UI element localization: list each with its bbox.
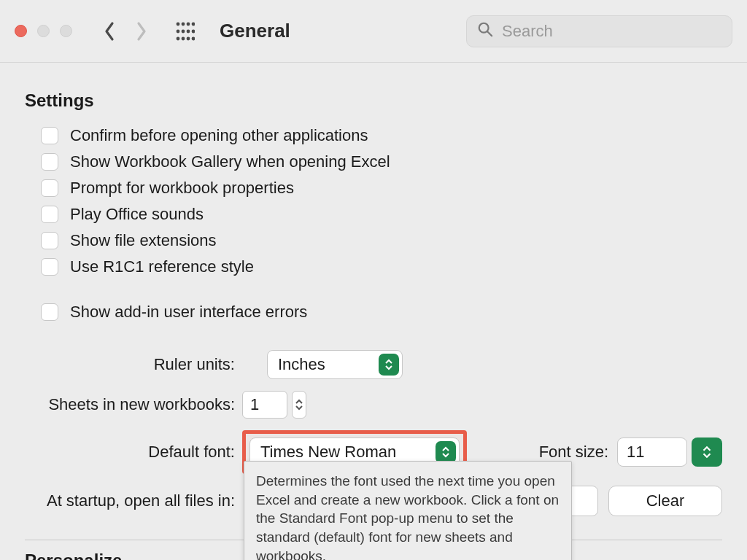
option-show-gallery[interactable]: Show Workbook Gallery when opening Excel xyxy=(25,149,722,175)
option-addin-errors[interactable]: Show add-in user interface errors xyxy=(25,299,722,325)
svg-point-0 xyxy=(177,22,180,26)
sheets-stepper[interactable] xyxy=(292,391,306,419)
option-label: Confirm before opening other application… xyxy=(70,126,368,145)
svg-point-12 xyxy=(479,23,489,33)
option-show-ext[interactable]: Show file extensions xyxy=(25,228,722,254)
option-label: Use R1C1 reference style xyxy=(70,257,254,276)
zoom-window-button[interactable] xyxy=(60,25,72,37)
dropdown-stepper-icon xyxy=(379,354,399,376)
svg-point-4 xyxy=(177,29,180,33)
minimize-window-button[interactable] xyxy=(37,25,50,37)
ruler-units-value: Inches xyxy=(278,355,325,374)
svg-point-2 xyxy=(187,22,190,26)
search-input[interactable] xyxy=(500,21,721,42)
search-icon xyxy=(477,21,493,41)
checkbox[interactable] xyxy=(41,179,58,197)
svg-point-6 xyxy=(187,29,190,33)
svg-point-5 xyxy=(182,29,185,33)
all-prefs-button[interactable] xyxy=(176,22,195,41)
svg-point-7 xyxy=(192,29,195,33)
checkbox[interactable] xyxy=(41,303,58,321)
checkbox[interactable] xyxy=(41,258,58,276)
forward-button xyxy=(135,20,148,42)
close-window-button[interactable] xyxy=(15,25,27,37)
svg-point-3 xyxy=(192,22,195,26)
startup-label: At startup, open all files in: xyxy=(25,491,242,510)
option-r1c1[interactable]: Use R1C1 reference style xyxy=(25,254,722,280)
checkbox[interactable] xyxy=(41,127,58,144)
option-label: Show file extensions xyxy=(70,231,217,250)
settings-heading: Settings xyxy=(25,90,722,111)
dropdown-stepper-icon xyxy=(436,441,456,463)
row-ruler-units: Ruler units: Inches xyxy=(25,344,722,385)
font-size-value: 11 xyxy=(627,443,644,462)
checkbox[interactable] xyxy=(41,232,58,249)
option-play-sounds[interactable]: Play Office sounds xyxy=(25,201,722,228)
font-size-label: Font size: xyxy=(539,443,617,462)
font-size-field[interactable]: 11 xyxy=(617,438,687,467)
option-label: Play Office sounds xyxy=(70,205,204,224)
font-size-stepper[interactable] xyxy=(692,438,722,467)
tooltip-text: Determines the font used the next time y… xyxy=(256,473,559,560)
back-button[interactable] xyxy=(103,20,116,42)
option-label: Prompt for workbook properties xyxy=(70,179,294,198)
svg-point-9 xyxy=(182,36,185,40)
search-field[interactable] xyxy=(466,15,732,47)
ruler-units-label: Ruler units: xyxy=(25,355,242,374)
svg-point-11 xyxy=(192,36,195,40)
window-title: General xyxy=(220,20,290,42)
svg-point-1 xyxy=(182,22,185,26)
checkbox[interactable] xyxy=(41,206,58,223)
sheets-num-input[interactable]: 1 xyxy=(242,391,306,419)
option-prompt-props[interactable]: Prompt for workbook properties xyxy=(25,175,722,201)
sheets-label: Sheets in new workbooks: xyxy=(25,395,242,414)
default-font-value: Times New Roman xyxy=(260,443,396,462)
content: Settings Confirm before opening other ap… xyxy=(0,63,747,560)
toolbar: General xyxy=(0,0,747,63)
sheets-value[interactable]: 1 xyxy=(242,391,287,419)
option-label: Show Workbook Gallery when opening Excel xyxy=(70,152,390,171)
window-controls xyxy=(15,25,72,37)
svg-point-8 xyxy=(177,36,180,40)
option-confirm-apps[interactable]: Confirm before opening other application… xyxy=(25,122,722,149)
clear-button[interactable]: Clear xyxy=(608,486,722,516)
option-label: Show add-in user interface errors xyxy=(70,303,307,322)
default-font-tooltip: Determines the font used the next time y… xyxy=(244,461,572,560)
svg-point-10 xyxy=(187,36,190,40)
checkbox[interactable] xyxy=(41,153,58,171)
row-sheets: Sheets in new workbooks: 1 xyxy=(25,385,722,424)
nav-arrows xyxy=(103,20,148,42)
default-font-label: Default font: xyxy=(25,443,242,462)
ruler-units-dropdown[interactable]: Inches xyxy=(267,350,403,379)
svg-line-13 xyxy=(488,32,492,36)
